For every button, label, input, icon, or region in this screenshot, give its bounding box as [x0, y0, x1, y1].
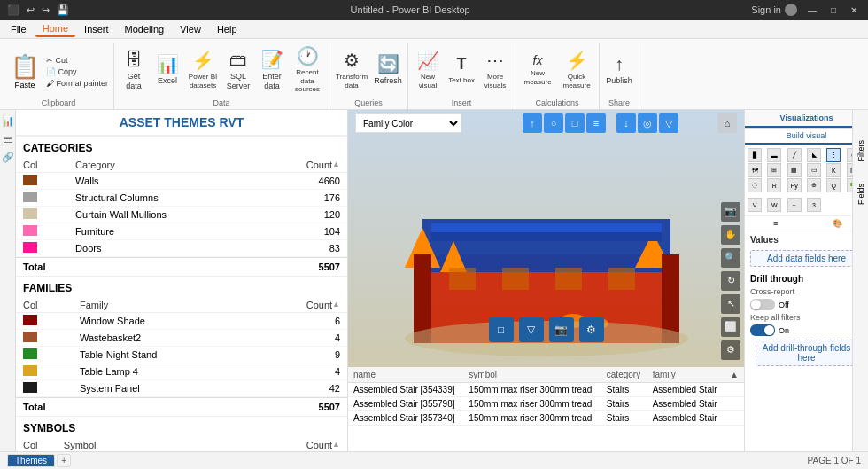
quick-measure-button[interactable]: ⚡Quick measure: [558, 47, 595, 93]
copy-button[interactable]: 📄 Copy: [44, 66, 110, 77]
view-btn-3[interactable]: □: [565, 113, 585, 133]
visual-3[interactable]: 3: [807, 198, 821, 212]
ctrl-btn-pan[interactable]: ✋: [721, 225, 740, 245]
visual-table[interactable]: ⊞: [767, 163, 781, 177]
tab-build-visual[interactable]: Build visual: [745, 129, 868, 145]
visual-py[interactable]: Py: [787, 178, 802, 192]
menu-help[interactable]: Help: [210, 22, 244, 36]
publish-button[interactable]: ↑Publish: [603, 47, 635, 93]
close-button[interactable]: ✕: [847, 5, 861, 15]
visual-scatter[interactable]: ⋮: [826, 148, 841, 162]
tab-visualizations[interactable]: Visualizations: [745, 110, 868, 128]
item-category: Stairs: [601, 411, 647, 426]
sign-in-label[interactable]: Sign in: [751, 4, 781, 15]
power-bi-datasets-button[interactable]: ⚡Power BI datasets: [185, 47, 221, 93]
family-name: Table Lamp 4: [73, 363, 252, 380]
more-visuals-button[interactable]: ⋯More visuals: [479, 47, 511, 93]
col-header: Col: [16, 158, 68, 173]
visual-bar[interactable]: ▊: [748, 148, 762, 162]
fields-icon-tab[interactable]: ≡: [745, 216, 807, 231]
refresh-button[interactable]: 🔄Refresh: [372, 47, 404, 93]
ctrl-btn-settings[interactable]: ⚙: [721, 340, 740, 360]
view-btn-2[interactable]: ○: [544, 113, 563, 133]
visual-column[interactable]: ▬: [767, 148, 781, 162]
fam-count-header: Count ▲: [252, 298, 347, 313]
new-visual-button[interactable]: 📈New visual: [412, 47, 444, 93]
visual-matrix[interactable]: ▦: [787, 163, 802, 177]
home-view-btn[interactable]: ⌂: [717, 113, 737, 133]
visual-qna[interactable]: Q: [826, 178, 841, 192]
bottom-btn-1[interactable]: □: [489, 317, 514, 342]
quick-access-save[interactable]: 💾: [57, 4, 69, 16]
view-btn-4[interactable]: ≡: [586, 113, 606, 133]
visual-area[interactable]: ◣: [807, 148, 821, 162]
bottom-btn-camera[interactable]: 📷: [549, 317, 574, 342]
enter-data-button[interactable]: 📝Enter data: [256, 47, 288, 93]
report-view-icon[interactable]: 📊: [0, 113, 16, 129]
enter-data-icon: 📝: [261, 49, 283, 70]
transform-data-button[interactable]: ⚙Transform data: [333, 47, 370, 93]
keep-filters-toggle[interactable]: [750, 324, 775, 336]
values-label: Values: [745, 231, 868, 246]
family-color-select[interactable]: Family Color Category None: [355, 113, 461, 133]
viewport-3d: Family Color Category None ↑ ○ □ ≡ ↓ ◎ ▽…: [348, 110, 744, 451]
view-btn-6[interactable]: ◎: [638, 113, 657, 133]
themes-tab[interactable]: Themes: [7, 454, 55, 467]
ctrl-btn-zoom[interactable]: 🔍: [721, 248, 740, 268]
maximize-button[interactable]: □: [827, 5, 840, 15]
visual-ribbon[interactable]: ~: [787, 198, 802, 212]
bottom-btn-filter[interactable]: ▽: [519, 317, 544, 342]
cut-button[interactable]: ✂ Cut: [44, 55, 110, 66]
sign-in-area[interactable]: Sign in: [751, 4, 797, 16]
ctrl-btn-select[interactable]: ↖: [721, 294, 740, 314]
status-bar: Themes + PAGE 1 OF 1: [0, 451, 868, 469]
menu-home[interactable]: Home: [35, 21, 75, 37]
fields-side-tab[interactable]: Fields: [855, 180, 867, 208]
quick-access-undo[interactable]: ↩: [27, 4, 35, 16]
add-data-button[interactable]: Add data fields here: [750, 250, 863, 267]
categories-total-value: 5507: [319, 262, 340, 272]
visual-card[interactable]: ▭: [807, 163, 821, 177]
get-data-button[interactable]: 🗄Get data: [118, 47, 150, 93]
add-tab-button[interactable]: +: [57, 454, 71, 467]
view-btn-1[interactable]: ↑: [523, 113, 542, 133]
filters-side-tab[interactable]: Filters: [855, 137, 867, 166]
visual-waterfall[interactable]: W: [767, 198, 781, 212]
cross-report-toggle[interactable]: [750, 299, 775, 310]
view-btn-7[interactable]: ▽: [659, 113, 678, 133]
viz-tabs: Visualizations: [745, 110, 868, 129]
paste-button[interactable]: 📋 Paste: [7, 51, 43, 91]
clipboard-sub-buttons: ✂ Cut 📄 Copy 🖌 Format painter: [44, 55, 110, 89]
visual-custom[interactable]: ⊕: [807, 178, 821, 192]
ctrl-btn-rotate[interactable]: ↻: [721, 271, 740, 291]
quick-access-redo[interactable]: ↪: [42, 4, 50, 16]
viz-sub-tabs: Build visual: [745, 129, 868, 145]
add-drill-through-button[interactable]: Add drill-through fields here: [756, 340, 857, 366]
visual-map[interactable]: 🗺: [748, 163, 762, 177]
visual-gauge[interactable]: ◌: [748, 178, 762, 192]
visual-funnel[interactable]: V: [748, 198, 762, 212]
text-box-button[interactable]: TText box: [446, 47, 477, 93]
excel-button[interactable]: 📊Excel: [151, 47, 183, 93]
format-painter-button[interactable]: 🖌 Format painter: [44, 78, 110, 89]
measure-icon: fx: [533, 53, 543, 68]
list-item: Assembled Stair [355798] 150mm max riser…: [348, 397, 744, 411]
view-btn-5[interactable]: ↓: [616, 113, 636, 133]
data-view-icon[interactable]: 🗃: [1, 132, 14, 146]
menu-view[interactable]: View: [173, 22, 208, 36]
model-view-icon[interactable]: 🔗: [0, 150, 16, 165]
family-count: 4: [252, 363, 347, 380]
visual-line[interactable]: ╱: [787, 148, 802, 162]
sql-server-button[interactable]: 🗃SQL Server: [222, 47, 254, 93]
minimize-button[interactable]: —: [804, 5, 820, 15]
menu-modeling[interactable]: Modeling: [118, 22, 172, 36]
visual-kpi[interactable]: K: [826, 163, 841, 177]
ctrl-btn-section[interactable]: ⬜: [721, 317, 740, 337]
recent-data-button[interactable]: 🕐Recent data sources: [290, 47, 325, 93]
menu-file[interactable]: File: [4, 22, 34, 36]
menu-insert[interactable]: Insert: [77, 22, 116, 36]
visual-r[interactable]: R: [767, 178, 781, 192]
ctrl-btn-camera[interactable]: 📷: [721, 202, 740, 222]
bottom-btn-settings[interactable]: ⚙: [579, 317, 604, 342]
new-measure-button[interactable]: fxNew measure: [519, 47, 556, 93]
